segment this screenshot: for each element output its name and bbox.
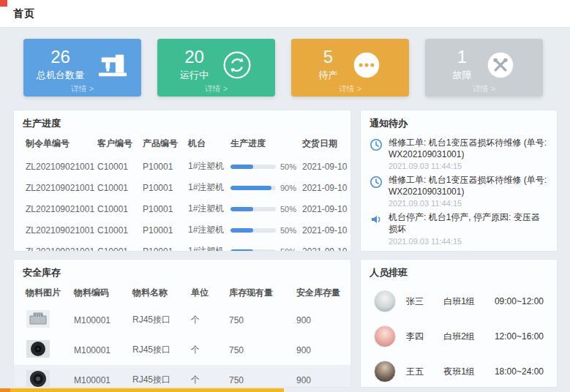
stat-card-running[interactable]: 20 运行中 详情 >	[157, 39, 275, 97]
window-corner-artifact	[0, 0, 7, 7]
cell-machine: 1#注塑机	[185, 156, 228, 177]
cell-customer-no: C10001	[94, 198, 140, 219]
progress-label: 50%	[280, 162, 296, 171]
cell-progress: 50%	[228, 219, 299, 241]
production-progress-panel: 生产进度 制令单编号 客户编号 产品编号 机台 生产进度 交货日期 ZL2021…	[13, 110, 351, 252]
table-row[interactable]: ZL202109021001 C10001 P10001 1#注塑机 90% 2…	[14, 177, 350, 198]
bottom-edge-artifact-dark	[0, 388, 10, 392]
table-row[interactable]: ZL202109021001 C10001 P10001 1#注塑机 50% 2…	[14, 156, 350, 177]
cell-machine: 1#注塑机	[185, 198, 228, 219]
col-safety-stock: 安全库存量	[293, 284, 350, 305]
page-title: 首页	[13, 7, 35, 20]
cell-material-image	[14, 305, 71, 335]
cell-unit: 个	[188, 335, 226, 365]
avatar	[374, 290, 396, 312]
tools-icon	[485, 50, 516, 80]
stat-value: 5	[319, 48, 338, 67]
detail-link[interactable]: 详情 >	[157, 83, 275, 94]
cell-order-no: ZL202109021001	[14, 241, 94, 252]
cell-material-name: RJ45接口	[130, 365, 188, 388]
page-header: 首页	[0, 0, 570, 28]
table-row[interactable]: ZL202109021001 C10001 P10001 1#注塑机 50% 2…	[14, 198, 350, 219]
table-row[interactable]: ZL202109021001 C10001 P10001 1#注塑机 50% 2…	[14, 219, 350, 241]
running-icon	[222, 50, 252, 80]
shift-time: 12:00~16:00	[495, 331, 544, 342]
col-unit: 单位	[188, 284, 226, 305]
detail-link[interactable]: 详情 >	[23, 83, 141, 94]
cell-product-no: P10001	[140, 219, 185, 241]
personnel-schedule-panel: 人员排班 张三 白班1组 09:00~12:00 李四 白班2组 12:00~1…	[360, 259, 558, 388]
cell-unit: 个	[188, 365, 226, 388]
avatar	[374, 325, 396, 347]
avatar	[374, 361, 396, 382]
notice-text: 机台停产: 机台1停产, 停产原因: 变压器损坏	[389, 212, 548, 235]
cell-material-image	[14, 365, 71, 388]
stat-label: 故障	[453, 69, 472, 82]
cell-machine: 1#注塑机	[185, 241, 228, 252]
cell-material-name: RJ45接口	[130, 305, 188, 335]
person-name: 王五	[406, 366, 443, 378]
stat-card-fault[interactable]: 1 故障 详情 >	[425, 39, 543, 97]
stat-label: 总机台数量	[37, 69, 84, 82]
bottom-edge-artifact	[0, 388, 284, 392]
cell-progress: 50%	[228, 198, 299, 219]
stat-cards: 26 总机台数量 详情 > 20 运行中	[0, 28, 570, 105]
table-row[interactable]: M100001 RJ45接口 个 750 900	[14, 305, 350, 335]
cell-material-code: M100001	[71, 335, 130, 365]
cell-delivery-date: 2021-09-10	[299, 177, 350, 198]
stat-label: 运行中	[180, 69, 209, 82]
col-current-stock: 库存现有量	[226, 284, 293, 305]
notice-item[interactable]: 维修工单: 机台1变压器损坏待维修 (单号: WX202109031001) 2…	[361, 135, 557, 172]
notices-panel: 通知待办 维修工单: 机台1变压器损坏待维修 (单号: WX2021090310…	[360, 110, 558, 252]
cell-material-name: RJ45接口	[130, 335, 188, 365]
panel-title: 人员排班	[361, 260, 557, 284]
cell-safety-stock: 900	[293, 305, 350, 335]
table-header-row: 制令单编号 客户编号 产品编号 机台 生产进度 交货日期	[14, 135, 350, 156]
production-table: 制令单编号 客户编号 产品编号 机台 生产进度 交货日期 ZL202109021…	[14, 135, 350, 252]
progress-label: 50%	[280, 205, 296, 214]
shift-label: 夜班1组	[443, 366, 495, 378]
cell-machine: 1#注塑机	[185, 219, 228, 241]
cell-customer-no: C10001	[94, 219, 140, 241]
dashboard-grid: 生产进度 制令单编号 客户编号 产品编号 机台 生产进度 交货日期 ZL2021…	[13, 110, 570, 388]
notice-item[interactable]: 维修工单: 机台1变压器损坏待维修 (单号: WX202109031001) 2…	[361, 172, 557, 209]
col-product-no: 产品编号	[140, 135, 185, 156]
shift-label: 白班2组	[443, 331, 495, 343]
panel-title: 通知待办	[361, 110, 557, 135]
cell-product-no: P10001	[140, 177, 185, 198]
schedule-row: 张三 白班1组 09:00~12:00	[361, 284, 557, 319]
progress-bar	[230, 207, 276, 211]
person-name: 李四	[406, 331, 443, 343]
progress-label: 50%	[280, 247, 296, 252]
cell-order-no: ZL202109021001	[14, 177, 94, 198]
col-delivery-date: 交货日期	[299, 135, 350, 156]
notice-time: 2021.09.03 11:44:15	[389, 237, 548, 246]
notice-item[interactable]: 机台停产: 机台1停产, 停产原因: 变压器损坏 2021.09.03 11:4…	[361, 209, 557, 246]
stat-value: 1	[453, 48, 472, 67]
cell-safety-stock: 900	[293, 365, 350, 388]
round-component-image	[26, 339, 68, 361]
cell-delivery-date: 2021-09-10	[299, 219, 350, 241]
col-progress: 生产进度	[228, 135, 299, 156]
stat-card-waiting[interactable]: 5 待产 详情 >	[291, 39, 409, 97]
detail-link[interactable]: 详情 >	[425, 83, 543, 94]
table-row[interactable]: M100001 RJ45接口 个 750 900	[14, 335, 350, 365]
cell-progress: 50%	[228, 156, 299, 177]
cell-customer-no: C10001	[94, 156, 140, 177]
stat-card-main: 20 运行中	[180, 48, 209, 81]
stat-value: 20	[180, 48, 209, 67]
stat-card-total-machines[interactable]: 26 总机台数量 详情 >	[23, 39, 141, 97]
safety-stock-panel: 安全库存 物料图片 物料编码 物料名称 单位 库存现有量 安全库存量	[13, 259, 351, 388]
cell-material-code: M100001	[71, 305, 130, 335]
cell-product-no: P10001	[140, 241, 185, 252]
table-row[interactable]: ZL202109021001 C10001 P10001 1#注塑机 50% 2…	[14, 241, 350, 252]
cell-customer-no: C10001	[94, 241, 140, 252]
rj45-connector-image	[26, 309, 68, 331]
notice-item[interactable]: 计划暂停: 机台1生产计划已暂停 2021.09.03 11:44:15	[361, 247, 557, 252]
speaker-icon	[370, 251, 383, 252]
table-row[interactable]: M100001 RJ45接口 个 750 900	[14, 365, 350, 388]
shift-label: 白班1组	[443, 295, 495, 308]
person-name: 张三	[406, 295, 443, 308]
notice-text: 计划暂停: 机台1生产计划已暂停	[389, 250, 512, 252]
detail-link[interactable]: 详情 >	[291, 83, 409, 94]
